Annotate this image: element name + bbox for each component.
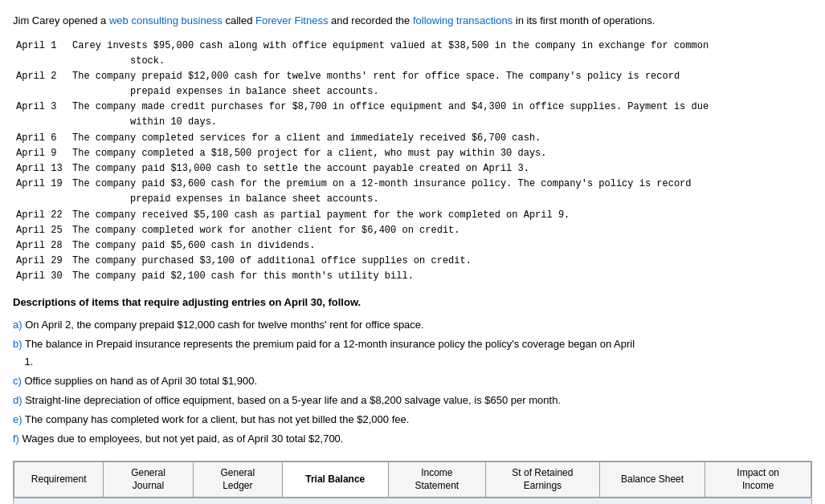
- adjusting-item-a: a) On April 2, the company prepaid $12,0…: [13, 316, 812, 334]
- tab-requirement[interactable]: Requirement: [14, 462, 104, 498]
- transaction-row: April 6 The company completed services f…: [16, 131, 812, 146]
- tab-general-journal[interactable]: GeneralJournal: [104, 462, 193, 498]
- transaction-row: April 22 The company received $5,100 cas…: [16, 208, 812, 223]
- adjusting-items: a) On April 2, the company prepaid $12,0…: [13, 316, 812, 449]
- adjusting-item-f: f) Wages due to employees, but not yet p…: [13, 430, 812, 448]
- intro-paragraph: Jim Carey opened a web consulting busine…: [13, 13, 812, 29]
- transaction-row: April 29 The company purchased $3,100 of…: [16, 254, 812, 269]
- navigation-tabs-wrapper: Requirement GeneralJournal GeneralLedger…: [13, 461, 812, 498]
- tab-retained-earnings[interactable]: St of RetainedEarnings: [486, 462, 600, 498]
- tab-impact-on-income[interactable]: Impact onIncome: [705, 462, 811, 498]
- navigation-tabs-table: Requirement GeneralJournal GeneralLedger…: [14, 461, 811, 498]
- transaction-row: April 9 The company completed a $18,500 …: [16, 146, 812, 161]
- tab-general-ledger[interactable]: GeneralLedger: [193, 462, 282, 498]
- transaction-row: April 1 Carey invests $95,000 cash along…: [16, 39, 812, 69]
- transaction-row: April 13 The company paid $13,000 cash t…: [16, 161, 812, 177]
- adjusting-item-e: e) The company has completed work for a …: [13, 411, 812, 429]
- transaction-row: April 30 The company paid $2,100 cash fo…: [16, 269, 812, 284]
- transaction-row: April 19 The company paid $3,600 cash fo…: [16, 177, 812, 207]
- tab-balance-sheet[interactable]: Balance Sheet: [599, 462, 705, 498]
- adjusting-header: Descriptions of items that require adjus…: [13, 296, 812, 308]
- adjusting-item-d: d) Straight-line depreciation of office …: [13, 392, 812, 409]
- transaction-row: April 28 The company paid $5,600 cash in…: [16, 238, 812, 254]
- transaction-row: April 25 The company completed work for …: [16, 223, 812, 238]
- tab-trial-balance[interactable]: Trial Balance: [282, 462, 388, 498]
- transaction-row: April 3 The company made credit purchase…: [16, 100, 812, 130]
- info-box: For transactions a-f, review the unadjus…: [13, 498, 812, 504]
- adjusting-item-b: b) The balance in Prepaid insurance repr…: [13, 335, 812, 371]
- adjusting-item-c: c) Office supplies on hand as of April 3…: [13, 372, 812, 390]
- transactions-list: April 1 Carey invests $95,000 cash along…: [13, 39, 812, 285]
- tab-income-statement[interactable]: IncomeStatement: [388, 462, 485, 498]
- transaction-row: April 2 The company prepaid $12,000 cash…: [16, 69, 812, 100]
